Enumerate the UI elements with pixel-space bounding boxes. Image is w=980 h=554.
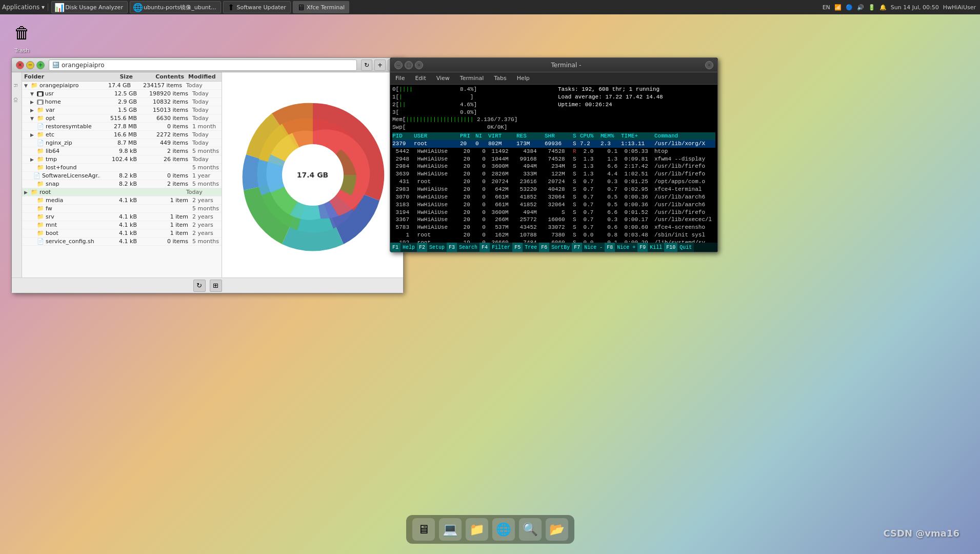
table-row[interactable]: 📄nginx_zip 8.7 MB 449 items Today [22,139,222,147]
table-row[interactable]: ▼📁orangepiaipro 17.4 GB 234157 items Tod… [22,82,222,90]
f4-key[interactable]: F4 [479,243,490,252]
f6-key[interactable]: F6 [539,243,549,252]
applications-label[interactable]: Applications ▾ [2,4,48,11]
menu-tabs[interactable]: Tabs [491,75,509,82]
maximize-button[interactable]: + [36,61,45,69]
dock-item-folder[interactable]: 📂 [546,518,568,541]
table-row[interactable]: 1 root 20 0 162M 10788 7380 S 0.0 0.8 0:… [392,231,715,239]
process-row-selected[interactable]: 2379 root 20 0 802M 173M 69936 S 7.2 2.3… [392,140,715,148]
table-row[interactable]: 3194 HwHiAiUse 20 0 3600M 494M S S 0.7 6… [392,209,715,216]
f3-key[interactable]: F3 [447,243,457,252]
folder-name: mnt [46,222,57,228]
folder-name: opt [46,115,55,122]
footer-view-button[interactable]: ⊞ [210,280,222,292]
table-row[interactable]: ▼📁opt 515.6 MB 6630 items Today [22,114,222,123]
table-row[interactable]: ▶■home 2.9 GB 10832 items Today [22,98,222,106]
table-row[interactable]: ▶📁tmp 102.4 kB 26 items Today [22,155,222,164]
table-row[interactable]: 3070 HwHiAiUse 20 0 661M 41852 32064 S 0… [392,193,715,201]
row-contents: 449 items [141,140,192,146]
menu-terminal[interactable]: Terminal [457,75,487,82]
trash-icon-desktop[interactable]: 🗑 Trash [8,18,36,56]
trash-icon-label: Trash [14,47,29,54]
f1-label: Help [401,243,417,252]
folder-name: var [46,107,55,113]
table-row[interactable]: 📁srv 4.1 kB 1 item 2 years [22,213,222,221]
col-modified[interactable]: Modified [188,73,222,80]
table-row[interactable]: 📁fw 5 months [22,205,222,213]
add-button[interactable]: + [374,60,386,71]
f7-key[interactable]: F7 [572,243,582,252]
table-row[interactable]: 3367 HwHiAiUse 20 0 266M 25772 16060 S 0… [392,216,715,224]
menu-view[interactable]: View [433,75,453,82]
dock-item-terminal[interactable]: 💻 [439,518,462,541]
dock-item-files[interactable]: 📁 [466,518,488,541]
f10-key[interactable]: F10 [664,243,677,252]
address-bar[interactable]: 🔙 orangepiaipro [49,60,357,71]
table-row[interactable]: ▶📁root Today [22,188,222,196]
terminal-minimize-button[interactable]: − [394,61,403,69]
table-row[interactable]: ▼■usr 12.5 GB 198920 items Today [22,90,222,98]
table-row[interactable]: 📁boot 4.1 kB 1 item 2 years [22,229,222,238]
dock-item-desktop[interactable]: 🖥 [412,518,435,541]
table-row[interactable]: 2948 HwHiAiUse 20 0 1044M 99168 74528 S … [392,155,715,163]
row-size: 12.5 GB [100,90,141,97]
reload-button[interactable]: ↻ [361,60,372,71]
minimize-button[interactable]: − [26,61,34,69]
table-row[interactable]: ▶📁etc 16.6 MB 2272 items Today [22,131,222,139]
terminal-maximize-button[interactable]: □ [405,61,413,69]
taskbar-item-disk-usage[interactable]: 📊 Disk Usage Analyzer [51,1,128,13]
menu-edit[interactable]: Edit [412,75,429,82]
row-contents: 1 item [141,222,192,228]
dock-item-search[interactable]: 🔍 [519,518,542,541]
f2-key[interactable]: F2 [417,243,427,252]
f1-key[interactable]: F1 [390,243,401,252]
table-row[interactable]: 📁lost+found 5 months [22,164,222,172]
f8-key[interactable]: F8 [605,243,615,252]
folder-name: lib64 [46,148,59,154]
table-row[interactable]: 📁media 4.1 kB 1 item 2 years [22,196,222,205]
row-modified: 1 month [192,123,222,130]
menu-help[interactable]: Help [514,75,533,82]
taskbar-item-updater[interactable]: ⬆ Software Updater [223,1,291,13]
bluetooth-icon: 🔵 [846,4,853,11]
table-row[interactable]: 3183 HwHiAiUse 20 0 661M 41852 32064 S 0… [392,201,715,209]
folder-name: nginx_zip [46,140,72,146]
lang-indicator[interactable]: EN [823,4,830,11]
table-row[interactable]: 2984 HwHiAiUse 20 0 3600M 494M 234M S 1.… [392,163,715,170]
col-size[interactable]: Size [96,73,137,80]
row-size: 102.4 kB [100,156,141,163]
dock-item-browser[interactable]: 🌐 [492,518,515,541]
footer-back-button[interactable]: ↻ [193,280,206,292]
row-modified: Today [192,115,222,122]
terminal-content[interactable]: 0[|||| 8.4%] 1[| ] 2[|| 4.6%] 3[ 0.0%] M… [390,85,717,243]
col-contents[interactable]: Contents [137,73,188,80]
table-row[interactable]: 192 root 19 0 36660 7484 6060 S 0.0 0.1 … [392,239,715,243]
table-row[interactable]: 3639 HwHiAiUse 20 0 2826M 333M 122M S 1.… [392,170,715,178]
terminal-close-button[interactable]: ✕ [415,61,423,69]
row-modified: Today [192,90,222,97]
table-row[interactable]: 2983 HwHiAiUse 20 0 642M 53220 40428 S 0… [392,186,715,193]
table-row[interactable]: 5783 HwHiAiUse 20 0 537M 43452 33072 S 0… [392,224,715,231]
terminal-titlebar: − □ ✕ Terminal - ✕ [390,58,717,72]
terminal-win-close-right[interactable]: ✕ [705,61,713,69]
table-row[interactable]: 📁mnt 4.1 kB 1 item 2 years [22,221,222,229]
table-row[interactable]: 📁lib64 9.8 kB 2 items 5 months [22,147,222,155]
table-row[interactable]: 📁snap 8.2 kB 2 items 5 months [22,180,222,188]
f5-key[interactable]: F5 [512,243,523,252]
f9-key[interactable]: F9 [637,243,648,252]
taskbar-item-ubuntu[interactable]: 🌐 ubuntu-ports镜像_ubunt... [130,1,221,13]
table-row[interactable]: 📄restoresymtable 27.8 MB 0 items 1 month [22,123,222,131]
table-row[interactable]: 📄service_config.sh 4.1 kB 0 items 5 mont… [22,238,222,246]
table-row[interactable]: 431 root 20 0 20724 23616 20724 S 0.7 0.… [392,178,715,186]
menu-file[interactable]: File [392,75,408,82]
taskbar-item-terminal[interactable]: 🖥 Xfce Terminal [293,1,349,13]
close-button[interactable]: ✕ [16,61,24,69]
volume-icon[interactable]: 🔊 [857,4,864,11]
col-folder[interactable]: Folder [24,73,96,80]
table-row[interactable]: ▶📁var 1.5 GB 15013 items Today [22,106,222,114]
table-row[interactable]: 📄SoftwareLicenseAgr... 8.2 kB 0 items 1 … [22,172,222,180]
address-text: orangepiaipro [62,62,105,69]
notify-icon[interactable]: 🔔 [879,4,887,11]
table-row[interactable]: 5442 HwHiAiUse 20 0 11492 4384 74528 R 2… [392,148,715,155]
ubuntu-icon: 🌐 [134,4,142,11]
